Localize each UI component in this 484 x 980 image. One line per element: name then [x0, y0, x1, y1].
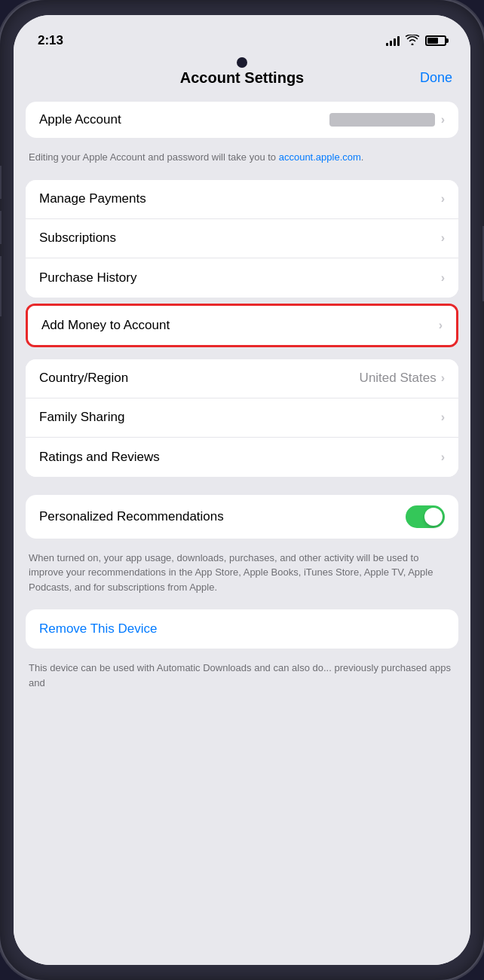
recommendations-right [406, 505, 445, 528]
signal-bar-2 [390, 41, 392, 46]
side-button-silent [0, 166, 2, 199]
apple-account-section: Apple Account › [26, 102, 458, 138]
purchase-history-label: Purchase History [39, 270, 136, 285]
add-money-row[interactable]: Add Money to Account › [28, 306, 456, 345]
add-money-highlighted-container: Add Money to Account › [26, 304, 458, 347]
apple-account-value-area: › [329, 113, 445, 127]
remove-device-section: Remove This Device [26, 609, 458, 649]
subscriptions-chevron-icon: › [441, 231, 445, 245]
apple-account-footnote-end: . [361, 151, 364, 163]
subscriptions-right: › [441, 231, 445, 245]
remove-device-row[interactable]: Remove This Device [26, 609, 458, 649]
spacer-1 [14, 347, 470, 353]
remove-device-label: Remove This Device [39, 621, 158, 637]
apple-account-chevron-icon: › [441, 113, 445, 127]
recommendations-section: Personalized Recommendations [26, 495, 458, 539]
recommendations-toggle[interactable] [406, 505, 445, 528]
purchase-history-row[interactable]: Purchase History › [26, 258, 458, 298]
add-money-label: Add Money to Account [41, 318, 170, 333]
wifi-icon [406, 35, 419, 47]
country-region-value: United States [360, 371, 437, 386]
ratings-reviews-right: › [441, 450, 445, 464]
camera-notch [237, 57, 247, 68]
subscriptions-label: Subscriptions [39, 230, 116, 246]
payments-section: Manage Payments › Subscriptions › Purcha… [26, 180, 458, 298]
side-button-volume-up [0, 211, 2, 244]
purchase-history-chevron-icon: › [441, 271, 445, 285]
manage-payments-chevron-icon: › [441, 192, 445, 206]
recommendations-row: Personalized Recommendations [26, 495, 458, 539]
status-icons [386, 35, 446, 47]
side-button-volume-down [0, 256, 2, 316]
remove-device-footnote: This device can be used with Automatic D… [14, 655, 470, 699]
ratings-reviews-chevron-icon: › [441, 450, 445, 464]
add-money-right: › [439, 319, 443, 332]
recommendations-label: Personalized Recommendations [39, 509, 224, 524]
signal-bar-3 [394, 38, 396, 46]
apple-com-link[interactable]: account.apple.com [279, 151, 361, 163]
page-title: Account Settings [180, 69, 304, 87]
country-region-label: Country/Region [39, 371, 128, 386]
recommendations-footnote: When turned on, your app usage, download… [14, 545, 470, 604]
status-time: 2:13 [38, 33, 63, 48]
family-sharing-label: Family Sharing [39, 410, 124, 425]
country-region-right: United States › [360, 371, 445, 386]
battery-icon [425, 35, 446, 46]
manage-payments-row[interactable]: Manage Payments › [26, 180, 458, 219]
family-sharing-right: › [441, 411, 445, 424]
country-region-chevron-icon: › [441, 371, 445, 385]
family-sharing-row[interactable]: Family Sharing › [26, 398, 458, 438]
country-region-row[interactable]: Country/Region United States › [26, 359, 458, 398]
phone-frame: 2:13 [0, 0, 484, 980]
toggle-knob [424, 508, 443, 526]
settings-section: Country/Region United States › Family Sh… [26, 359, 458, 477]
purchase-history-right: › [441, 271, 445, 285]
phone-screen: 2:13 [14, 15, 470, 965]
manage-payments-right: › [441, 192, 445, 206]
battery-fill [427, 38, 438, 44]
status-bar: 2:13 [14, 15, 470, 57]
subscriptions-row[interactable]: Subscriptions › [26, 219, 458, 258]
content-area: Account Settings Done Apple Account › Ed… [14, 57, 470, 965]
done-button[interactable]: Done [420, 70, 452, 86]
apple-account-label: Apple Account [39, 112, 121, 127]
family-sharing-chevron-icon: › [441, 411, 445, 424]
blurred-email [329, 113, 435, 127]
apple-account-row[interactable]: Apple Account › [26, 102, 458, 138]
apple-account-footnote-text: Editing your Apple Account and password … [29, 151, 279, 163]
apple-account-footnote: Editing your Apple Account and password … [14, 144, 470, 174]
spacer-2 [14, 483, 470, 489]
ratings-reviews-row[interactable]: Ratings and Reviews › [26, 438, 458, 477]
signal-bars-icon [386, 35, 400, 46]
signal-bar-1 [386, 43, 388, 46]
signal-bar-4 [397, 36, 400, 46]
add-money-chevron-icon: › [439, 319, 443, 332]
manage-payments-label: Manage Payments [39, 191, 146, 206]
ratings-reviews-label: Ratings and Reviews [39, 450, 160, 465]
